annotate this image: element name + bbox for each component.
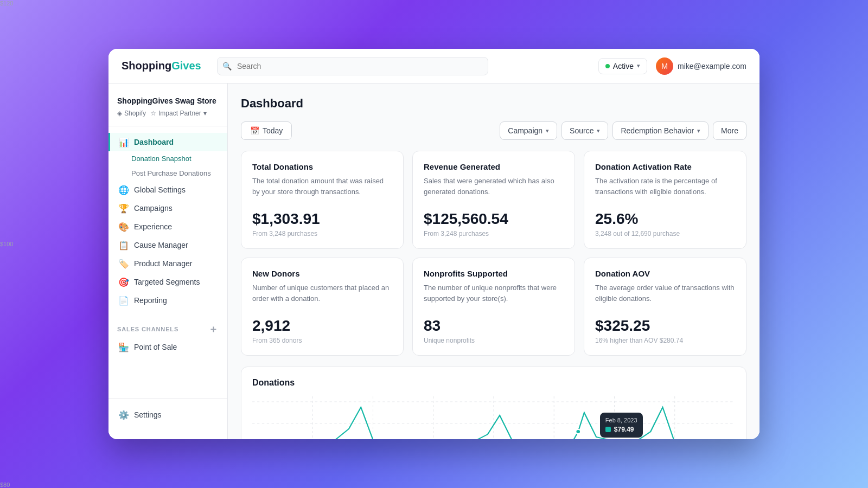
sales-channels-label: SALES CHANNELS [117,326,178,332]
source-filter-label: Source [570,126,593,135]
today-label: Today [263,126,283,135]
cause-manager-label: Cause Manager [134,241,188,249]
donation-activation-rate-sub: 3,248 out of 12,690 purchase [595,230,735,237]
status-label: Active [613,62,634,70]
product-manager-label: Product Manager [134,259,192,268]
star-icon: ☆ [150,110,156,117]
source-filter-button[interactable]: Source ▾ [561,121,608,140]
user-email: mike@example.com [678,62,746,70]
impact-partner-badge[interactable]: ☆ Impact Partner ▾ [150,110,207,117]
total-donations-value: $1,303.91 [252,210,392,228]
post-purchase-label: Post Purchase Donations [131,169,211,177]
sidebar-item-point-of-sale[interactable]: 🏪 Point of Sale [108,338,227,356]
new-donors-value: 2,912 [252,317,392,335]
page-title: Dashboard [241,97,746,111]
sidebar-item-reporting[interactable]: 📄 Reporting [108,291,227,310]
sidebar-item-product-manager[interactable]: 🏷️ Product Manager [108,254,227,273]
search-input[interactable] [217,57,488,75]
today-button[interactable]: 📅 Today [241,121,292,140]
avatar: M [656,57,673,75]
donation-aov-value: $325.25 [595,317,735,335]
sidebar-item-settings[interactable]: ⚙️ Settings [108,406,227,424]
total-donations-sub: From 3,248 purchases [252,230,392,237]
shopify-badge[interactable]: ◈ Shopify [117,110,146,117]
chart-section: Donations $120 $100 $80 [241,367,746,439]
new-donors-sub: From 365 donors [252,337,392,344]
stat-card-revenue-generated: Revenue Generated Sales that were genera… [412,151,575,249]
donation-activation-rate-desc: The activation rate is the percentage of… [595,176,735,202]
nonprofits-supported-sub: Unique nonprofits [424,337,564,344]
globe-icon: 🌐 [119,185,129,195]
donation-snapshot-label: Donation Snapshot [131,155,192,163]
total-donations-desc: The total donation amount that was raise… [252,176,392,202]
store-info: ShoppingGives Swag Store ◈ Shopify ☆ Imp… [108,92,227,126]
targeted-segments-label: Targeted Segments [134,278,200,286]
campaign-filter-label: Campaign [508,126,542,135]
donation-activation-rate-value: 25.6% [595,210,735,228]
sidebar-subitem-donation-snapshot[interactable]: Donation Snapshot [108,151,227,166]
toolbar: 📅 Today Campaign ▾ Source ▾ Redemption B… [241,121,746,140]
logo: ShoppingGives [122,60,208,72]
store-name: ShoppingGives Swag Store [117,97,219,105]
reporting-icon: 📄 [119,296,129,305]
stat-card-donation-activation-rate: Donation Activation Rate The activation … [584,151,746,249]
search-icon: 🔍 [222,62,232,70]
chart-svg [252,396,735,439]
targeted-segments-icon: 🎯 [119,277,129,287]
reporting-label: Reporting [134,296,167,305]
stat-card-new-donors: New Donors Number of unique customers th… [241,258,404,356]
sidebar: ShoppingGives Swag Store ◈ Shopify ☆ Imp… [108,84,228,439]
product-manager-icon: 🏷️ [119,259,129,268]
status-chevron-icon: ▾ [637,62,640,69]
stat-card-total-donations: Total Donations The total donation amoun… [241,151,404,249]
stat-card-nonprofits-supported: Nonprofits Supported The number of uniqu… [412,258,575,356]
header: ShoppingGives 🔍 Active ▾ M mike@example.… [108,49,760,84]
point-of-sale-label: Point of Sale [134,343,177,351]
sidebar-subitem-post-purchase[interactable]: Post Purchase Donations [108,166,227,181]
stat-card-donation-aov: Donation AOV The average order value of … [584,258,746,356]
chart-title: Donations [252,378,735,388]
nonprofits-supported-desc: The number of unique nonprofits that wer… [424,282,564,309]
user-info[interactable]: M mike@example.com [656,57,746,75]
point-of-sale-icon: 🏪 [119,342,129,352]
sidebar-item-experience[interactable]: 🎨 Experience [108,217,227,236]
sidebar-item-targeted-segments[interactable]: 🎯 Targeted Segments [108,273,227,291]
nonprofits-supported-title: Nonprofits Supported [424,269,564,278]
more-filter-button[interactable]: More [713,121,746,140]
more-label: More [721,126,738,135]
redemption-behavior-filter-button[interactable]: Redemption Behavior ▾ [612,121,709,140]
settings-icon: ⚙️ [119,410,129,420]
dashboard-icon: 📊 [119,137,129,147]
experience-icon: 🎨 [119,222,129,232]
donation-aov-title: Donation AOV [595,269,735,278]
sidebar-footer: ⚙️ Settings [108,399,227,431]
sidebar-item-dashboard[interactable]: 📊 Dashboard [108,133,227,151]
sales-channels-section-label: SALES CHANNELS ＋ [108,316,227,338]
dashboard-label: Dashboard [134,138,174,146]
revenue-generated-desc: Sales that were generated which has also… [424,176,564,202]
experience-label: Experience [134,222,172,231]
add-sales-channel-button[interactable]: ＋ [208,323,219,336]
status-badge[interactable]: Active ▾ [598,58,647,74]
body: ShoppingGives Swag Store ◈ Shopify ☆ Imp… [108,84,760,439]
chart-area: Feb 8, 2023 $79.49 [252,396,735,439]
shopify-label: Shopify [124,110,146,117]
sidebar-item-campaigns[interactable]: 🏆 Campaigns [108,199,227,217]
cause-manager-icon: 📋 [119,240,129,250]
donation-activation-rate-title: Donation Activation Rate [595,162,735,171]
campaign-filter-button[interactable]: Campaign ▾ [500,121,557,140]
nav-section-main: 📊 Dashboard Donation Snapshot Post Purch… [108,126,227,316]
sidebar-item-global-settings[interactable]: 🌐 Global Settings [108,181,227,199]
total-donations-title: Total Donations [252,162,392,171]
campaigns-label: Campaigns [134,204,173,213]
shopify-icon: ◈ [117,110,122,117]
search-bar[interactable]: 🔍 [217,57,488,75]
redemption-chevron-icon: ▾ [697,127,700,134]
revenue-generated-value: $125,560.54 [424,210,564,228]
source-chevron-icon: ▾ [597,127,600,134]
donation-aov-sub: 16% higher than AOV $280.74 [595,337,735,344]
sidebar-item-cause-manager[interactable]: 📋 Cause Manager [108,236,227,254]
new-donors-desc: Number of unique customers that placed a… [252,282,392,309]
main-content: Dashboard 📅 Today Campaign ▾ Source ▾ [228,84,760,439]
partner-chevron-icon: ▾ [203,110,207,117]
